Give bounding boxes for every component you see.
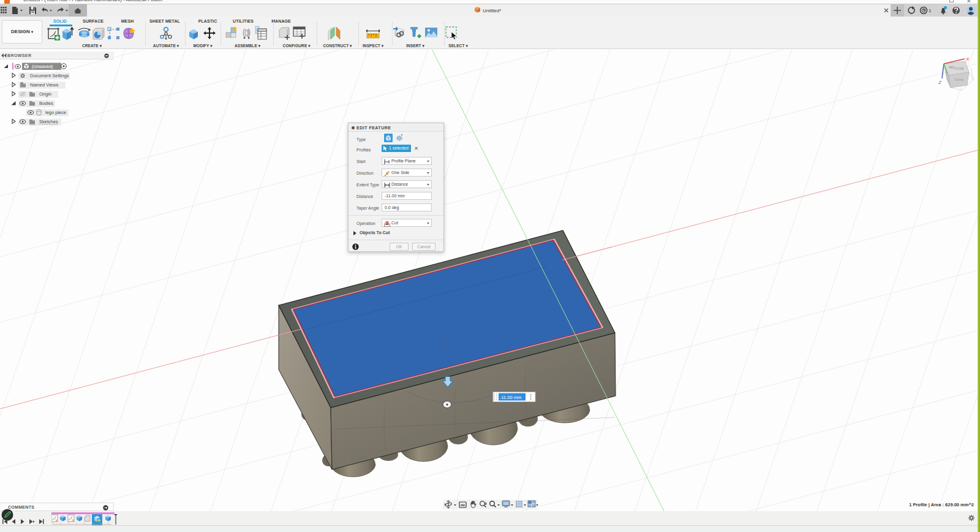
svg-text:-11.00 mm: -11.00 mm [500,395,521,400]
svg-text:(Unsaved): (Unsaved) [32,64,53,69]
svg-text:11.00: 11.00 [440,341,453,348]
svg-text:Untitled*: Untitled* [483,8,501,13]
svg-text:Sketches: Sketches [39,119,58,124]
svg-text:BACK: BACK [954,77,963,82]
svg-text:Bodies: Bodies [39,101,53,106]
svg-text:Document Settings: Document Settings [30,73,69,78]
svg-text:Origin: Origin [39,91,51,97]
svg-text:Z: Z [938,80,942,85]
svg-text:lego piece: lego piece [45,110,66,115]
svg-text:X: X [965,56,970,62]
svg-text:1: 1 [929,8,932,13]
svg-text:Named Views: Named Views [30,82,58,88]
